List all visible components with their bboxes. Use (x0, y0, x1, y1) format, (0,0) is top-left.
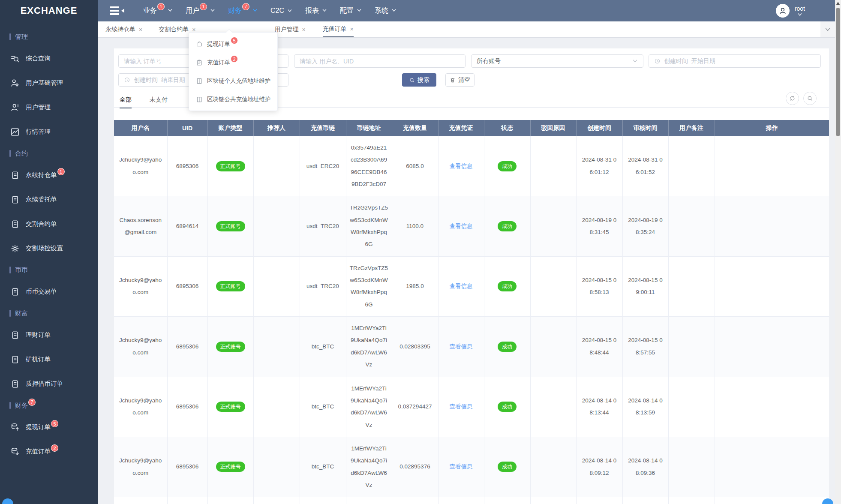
sidebar-item[interactable]: 理财订单 (0, 323, 98, 347)
topnav-item[interactable]: 用户1 (186, 6, 215, 15)
clear-button[interactable]: 清空 (445, 73, 475, 87)
account-type-select[interactable]: 所有账号 (471, 54, 643, 68)
sidebar-item[interactable]: 综合查询 (0, 46, 98, 71)
section-label: 财务 (15, 402, 28, 410)
table-cell: 正式账号 (207, 136, 253, 196)
topnav-item[interactable]: 配置 (340, 6, 362, 15)
sidebar-item[interactable]: 用户基础管理 (0, 71, 98, 95)
view-info-link[interactable]: 查看信息 (450, 403, 473, 410)
cell-username: Jchucky9@yahoo.com (119, 156, 162, 175)
sidebar-item[interactable]: 交割合约单 (0, 212, 98, 236)
topnav-item[interactable]: C2C (270, 7, 292, 15)
table-cell (530, 437, 576, 497)
table-cell (715, 377, 829, 437)
collapse-menu-icon[interactable] (110, 6, 127, 16)
sidebar-item[interactable]: 币币交易单 (0, 279, 98, 304)
view-info-link[interactable]: 查看信息 (450, 163, 473, 169)
sidebar-item[interactable]: 永续持仓单1 (0, 163, 98, 187)
open-tab[interactable]: 用户管理 × (274, 21, 305, 37)
cell-reviewed-time: 2024-08-19 08:35:24 (628, 217, 662, 235)
deposit-orders-panel: 所有账号 创建时间_开始日期 创建时间_结束日期 搜索 清空 全部未支付 用户名… (114, 48, 829, 504)
deposit-orders-table: 用户名UID账户类型推荐人充值币链币链地址充值数量充值凭证状态驳回原因创建时间审… (114, 120, 829, 504)
close-icon[interactable]: × (302, 26, 305, 33)
dropdown-item[interactable]: 提现订单5 (189, 35, 277, 53)
table-cell: 2024-08-14 08:09:12 (576, 437, 622, 497)
dropdown-item[interactable]: 充值订单2 (189, 53, 277, 72)
status-subtab[interactable]: 全部 (120, 96, 132, 108)
scrollbar-thumb[interactable] (836, 8, 840, 136)
table-cell: Jchucky9@yahoo.com (114, 317, 167, 377)
topnav-item[interactable]: 报表 (305, 6, 327, 15)
table-cell: usdt_TRC20 (300, 256, 346, 316)
view-info-link[interactable]: 查看信息 (450, 343, 473, 350)
table-cell: 正式账号 (207, 196, 253, 256)
table-cell: 2024-08-19 08:35:24 (622, 196, 668, 256)
section-accent-bar (9, 150, 11, 157)
sidebar-item[interactable]: 矿机订单 (0, 347, 98, 372)
clear-button-label: 清空 (458, 76, 470, 84)
close-icon[interactable]: × (139, 26, 142, 33)
open-tab[interactable]: 充值订单 × (323, 21, 354, 37)
scroll-top-button[interactable]: ︿ (822, 498, 833, 504)
table-cell (715, 497, 829, 504)
topbar-user-area[interactable]: root (776, 4, 805, 18)
table-cell: 2024-07-19 05:48:00 (622, 497, 668, 504)
cell-reviewed-time: 2024-08-14 08:09:36 (628, 457, 662, 476)
username-uid-input[interactable] (294, 54, 466, 68)
cell-reviewed-time: 2024-08-15 09:00:11 (628, 277, 662, 295)
view-info-link[interactable]: 查看信息 (450, 223, 473, 229)
table-cell: 2024-08-14 08:09:36 (622, 437, 668, 497)
refresh-button[interactable] (786, 92, 799, 105)
table-cell: 2024-08-14 08:13:44 (576, 377, 622, 437)
avatar[interactable] (776, 4, 790, 18)
collapse-arrow-icon (121, 9, 124, 13)
sidebar-item[interactable]: 行情管理 (0, 120, 98, 144)
dropdown-item[interactable]: 区块链公共充值地址维护 (189, 90, 277, 108)
table-cell: 成功 (484, 437, 530, 497)
sidebar-item[interactable]: 用户管理 (0, 95, 98, 120)
dropdown-item[interactable]: 区块链个人充值地址维护 (189, 72, 277, 90)
table-cell (253, 377, 300, 437)
table-cell: Jchucky9@yahoo.com (114, 256, 167, 316)
close-icon[interactable]: × (350, 26, 354, 33)
open-tab[interactable]: 永续持仓单 × (105, 21, 142, 37)
table-row: Jchucky9@yahoo.com6895306正式账号btc_BTC1MEr… (114, 437, 829, 497)
table-cell: 6895306 (167, 256, 207, 316)
column-search-button[interactable] (803, 92, 817, 105)
topnav-item-label: 用户 (186, 6, 199, 15)
topnav-item[interactable]: 业务1 (143, 6, 173, 15)
view-info-link[interactable]: 查看信息 (450, 283, 473, 289)
topnav-item[interactable]: 财务7 (228, 6, 258, 15)
search-button[interactable]: 搜索 (402, 73, 436, 87)
table-cell: 2024-08-14 08:13:59 (622, 377, 668, 437)
status-subtab[interactable]: 未支付 (150, 96, 168, 108)
user-menu[interactable]: root (795, 5, 805, 16)
sidebar-item[interactable]: 质押借币订单 (0, 372, 98, 396)
table-cell (715, 136, 829, 196)
sidebar-item[interactable]: 永续委托单 (0, 187, 98, 212)
cell-chain: btc_BTC (312, 463, 334, 470)
sidebar-item[interactable]: 充值订单2 (0, 439, 98, 464)
view-info-link[interactable]: 查看信息 (450, 463, 473, 470)
table-cell (715, 196, 829, 256)
dropdown-item-label: 提现订单 (207, 40, 230, 48)
scrollbar-up-arrow-icon[interactable] (836, 2, 840, 5)
cell-address: TRzGzVpsTZ5w6S3cdKMnWW8rfMkxhPpq6G (350, 204, 388, 247)
cell-amount: 0.02803395 (399, 343, 430, 350)
search-list-icon (10, 54, 20, 63)
tabs-overflow-button[interactable] (820, 21, 835, 37)
sidebar-section-label: 合约 (0, 144, 98, 163)
sidebar-item[interactable]: 提现订单5 (0, 415, 98, 439)
table-cell: Chaos.sorenson@gmail.com (114, 196, 167, 256)
count-badge: 5 (51, 420, 58, 427)
table-cell (715, 256, 829, 316)
date-start-input[interactable]: 创建时间_开始日期 (649, 54, 821, 68)
topnav-item[interactable]: 系统 (375, 6, 396, 15)
tab-label: 永续持仓单 (105, 26, 135, 33)
table-cell: 6895306 (167, 437, 207, 497)
doc-icon (10, 355, 20, 364)
page-scrollbar[interactable] (835, 0, 841, 504)
table-cell (668, 136, 715, 196)
sidebar-item[interactable]: 交割场控设置 (0, 236, 98, 261)
table-cell (668, 437, 715, 497)
